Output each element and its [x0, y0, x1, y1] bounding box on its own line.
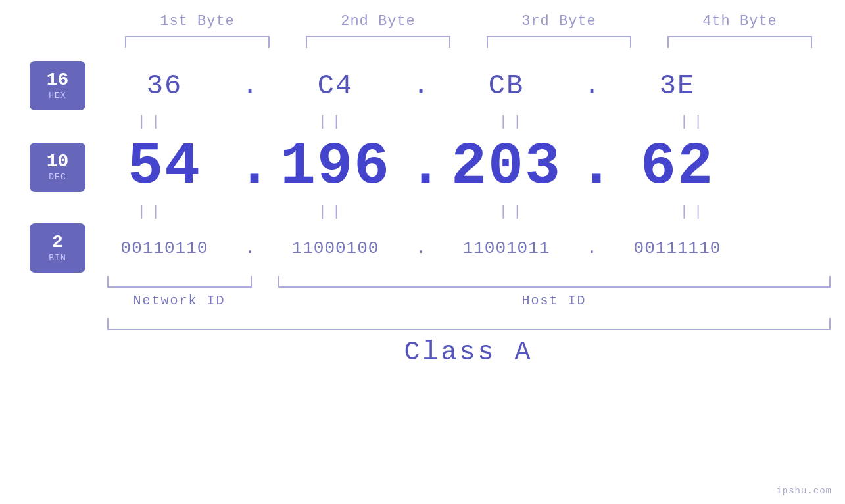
dec-row: 10 DEC 54 . 196 . 203 . 62: [0, 133, 845, 200]
eq3: ||: [441, 114, 585, 130]
bin-base-number: 2: [52, 233, 63, 252]
byte3-header: 3rd Byte: [487, 13, 631, 30]
eq1: ||: [79, 114, 224, 130]
main-container: 1st Byte 2nd Byte 3rd Byte 4th Byte 16 H…: [0, 0, 845, 504]
dot3-bin: .: [579, 239, 605, 258]
bracket-byte3: [487, 36, 631, 48]
dec-byte2: 196: [263, 133, 408, 200]
eq6: ||: [260, 204, 404, 220]
dec-base-number: 10: [47, 152, 69, 171]
bin-byte4: 00111110: [605, 239, 750, 258]
dot1-dec: .: [237, 133, 263, 200]
top-brackets: [107, 36, 831, 48]
bin-byte3: 11001011: [434, 239, 579, 258]
host-bracket: [278, 276, 831, 288]
hex-base-label: 16 HEX: [30, 61, 85, 110]
eq8: ||: [621, 204, 766, 220]
byte4-header: 4th Byte: [667, 13, 812, 30]
class-label: Class A: [107, 338, 831, 367]
byte-headers: 1st Byte 2nd Byte 3rd Byte 4th Byte: [107, 13, 831, 30]
dot2-bin: .: [408, 239, 434, 258]
byte2-header: 2nd Byte: [306, 13, 450, 30]
hex-byte3: CB: [434, 70, 579, 102]
dec-base-label: 10 DEC: [30, 143, 85, 192]
dec-values: 54 . 196 . 203 . 62: [92, 133, 845, 200]
dot2-dec: .: [408, 133, 434, 200]
bottom-long-bracket: [107, 318, 831, 330]
dot1-bin: .: [237, 239, 263, 258]
dot1-hex: .: [237, 70, 263, 102]
bracket-byte1: [125, 36, 270, 48]
hex-byte1: 36: [92, 70, 237, 102]
eq4: ||: [621, 114, 766, 130]
dot2-hex: .: [408, 70, 434, 102]
bin-row: 2 BIN 00110110 . 11000100 . 11001011 . 0…: [0, 223, 845, 273]
bottom-brackets: [107, 276, 831, 288]
dot3-hex: .: [579, 70, 605, 102]
bin-byte1: 00110110: [92, 239, 237, 258]
bin-base-label: 2 BIN: [30, 223, 85, 273]
equals-hex-dec: || || || ||: [61, 114, 785, 130]
bin-byte2: 11000100: [263, 239, 408, 258]
bracket-byte2: [306, 36, 450, 48]
hex-byte4: 3E: [605, 70, 750, 102]
network-id-label: Network ID: [107, 293, 252, 308]
hex-base-number: 16: [47, 71, 69, 89]
id-labels: Network ID Host ID: [107, 293, 831, 308]
hex-row: 16 HEX 36 . C4 . CB . 3E: [0, 61, 845, 110]
bin-base-text: BIN: [49, 253, 66, 263]
dec-byte4: 62: [605, 133, 750, 200]
network-bracket: [107, 276, 252, 288]
hex-base-text: HEX: [49, 91, 66, 101]
equals-dec-bin: || || || ||: [61, 204, 785, 220]
dec-byte3: 203: [434, 133, 579, 200]
bin-values: 00110110 . 11000100 . 11001011 . 0011111…: [92, 239, 845, 258]
hex-values: 36 . C4 . CB . 3E: [92, 70, 845, 102]
bracket-byte4: [667, 36, 812, 48]
eq2: ||: [260, 114, 404, 130]
byte1-header: 1st Byte: [125, 13, 270, 30]
eq7: ||: [441, 204, 585, 220]
eq5: ||: [79, 204, 224, 220]
watermark: ipshu.com: [776, 486, 832, 496]
host-id-label: Host ID: [278, 293, 831, 308]
hex-byte2: C4: [263, 70, 408, 102]
dec-byte1: 54: [92, 133, 237, 200]
dot3-dec: .: [579, 133, 605, 200]
dec-base-text: DEC: [49, 172, 66, 182]
